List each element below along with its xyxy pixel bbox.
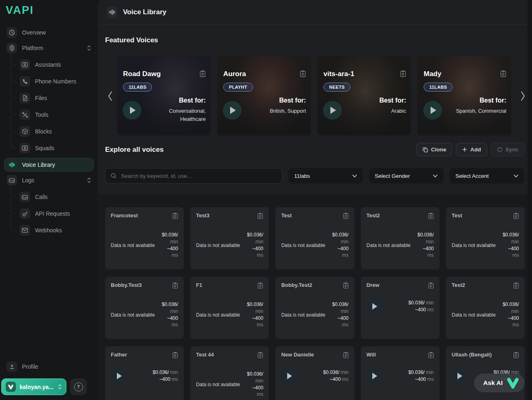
- scrollbar-track[interactable]: [528, 0, 532, 400]
- voice-pricing: $0.036/min~400ms: [323, 369, 348, 383]
- featured-voice-card[interactable]: vits-ara-1 NEETS Best for: Arabic: [317, 56, 411, 136]
- voice-card[interactable]: F1Data is not available$0.036/min~400ms: [190, 277, 269, 339]
- play-icon: [431, 107, 436, 114]
- featured-carousel: Road Dawg 11LABS Best for: Conversationa…: [105, 56, 525, 136]
- voice-card[interactable]: Drew$0.036/min~400ms: [361, 277, 440, 339]
- play-button[interactable]: [367, 368, 382, 384]
- gender-filter-dropdown[interactable]: Select Gender: [369, 168, 444, 184]
- featured-voice-name: vits-ara-1: [323, 70, 354, 78]
- sidebar-item-assistants[interactable]: Assistants: [20, 57, 98, 73]
- voice-card[interactable]: Test3Data is not available$0.036/min~400…: [190, 207, 269, 269]
- voice-card[interactable]: Will$0.036/min~400ms: [361, 346, 440, 400]
- sync-button[interactable]: Sync: [491, 143, 525, 156]
- play-icon: [372, 303, 377, 310]
- play-button[interactable]: [323, 101, 342, 120]
- voice-card[interactable]: Test2Data is not available$0.036/min~400…: [361, 207, 440, 269]
- carousel-prev-icon[interactable]: [108, 91, 113, 101]
- play-button[interactable]: [111, 368, 126, 384]
- voice-card[interactable]: Bobby.Test2Data is not available$0.036/m…: [275, 277, 354, 339]
- sidebar-item-overview[interactable]: Overview: [4, 26, 94, 39]
- play-button[interactable]: [423, 101, 442, 120]
- clipboard-copy-icon[interactable]: [257, 212, 263, 219]
- clipboard-copy-icon[interactable]: [300, 70, 306, 77]
- sidebar-item-calls[interactable]: Calls: [20, 189, 98, 205]
- play-button[interactable]: [223, 101, 242, 120]
- clipboard-copy-icon[interactable]: [513, 282, 519, 289]
- sidebar-item-label: Tools: [35, 111, 48, 118]
- voice-card[interactable]: Test2Data is not available$0.036/min~400…: [446, 277, 525, 339]
- clipboard-copy-icon[interactable]: [343, 282, 349, 289]
- search-input[interactable]: [121, 173, 277, 179]
- voice-name: Test3: [196, 212, 209, 219]
- voice-card[interactable]: TestData is not available$0.036/min~400m…: [275, 207, 354, 269]
- clipboard-copy-icon[interactable]: [428, 212, 434, 219]
- sidebar-item-label: Logs: [22, 177, 34, 184]
- card-overlay: [418, 56, 511, 136]
- clone-button[interactable]: Clone: [416, 143, 453, 156]
- sidebar-item-phone-numbers[interactable]: Phone Numbers: [20, 73, 98, 90]
- pie-chart-icon: [7, 27, 17, 38]
- envelope-icon: [20, 225, 30, 236]
- best-for-value: Spanish, Commercial: [456, 107, 506, 115]
- featured-voice-card[interactable]: Road Dawg 11LABS Best for: Conversationa…: [117, 56, 211, 136]
- play-button[interactable]: [281, 368, 297, 384]
- clipboard-copy-icon[interactable]: [400, 70, 406, 77]
- clipboard-copy-icon[interactable]: [200, 70, 206, 77]
- featured-voice-card[interactable]: Aurora PLAYHT Best for: British, Support: [217, 56, 311, 136]
- play-button[interactable]: [452, 368, 467, 384]
- voice-name: Father: [111, 352, 127, 358]
- play-icon: [130, 107, 136, 114]
- provider-badge: NEETS: [323, 83, 350, 92]
- clipboard-copy-icon[interactable]: [257, 282, 263, 289]
- voice-card[interactable]: TestData is not available$0.036/min~400m…: [446, 207, 525, 269]
- clipboard-copy-icon[interactable]: [172, 352, 178, 358]
- person-badge-icon: [20, 143, 30, 153]
- play-button[interactable]: [367, 299, 382, 314]
- chevron-updown-icon[interactable]: [87, 177, 91, 183]
- play-button[interactable]: [123, 101, 141, 120]
- best-for-label: Best for:: [379, 97, 406, 104]
- sidebar-item-profile[interactable]: Profile: [7, 361, 94, 372]
- sidebar-item-label: Blocks: [35, 128, 52, 135]
- sidebar-item-platform[interactable]: Platform: [4, 41, 94, 55]
- help-button[interactable]: ?: [70, 378, 87, 395]
- provider-filter-dropdown[interactable]: 11labs: [288, 168, 363, 184]
- account-switcher-button[interactable]: kaloyan.ya...: [1, 378, 66, 395]
- clipboard-copy-icon[interactable]: [428, 352, 434, 358]
- sidebar-item-blocks[interactable]: Blocks: [20, 123, 98, 140]
- sidebar-item-tools[interactable]: Tools: [20, 107, 98, 123]
- sidebar-item-files[interactable]: Files: [20, 90, 98, 106]
- voice-name: New Danielle: [281, 352, 314, 358]
- voice-card[interactable]: Test 44Data is not available$0.036/min~4…: [190, 346, 269, 400]
- sidebar-item-voice-library[interactable]: Voice Library: [4, 158, 94, 172]
- clipboard-copy-icon[interactable]: [513, 212, 519, 219]
- voice-pricing: $0.036/min~400ms: [332, 232, 349, 259]
- waveform-icon: [107, 6, 117, 18]
- clipboard-copy-icon[interactable]: [257, 352, 263, 358]
- clipboard-copy-icon[interactable]: [343, 352, 349, 358]
- clipboard-copy-icon[interactable]: [343, 212, 349, 219]
- sidebar-item-logs[interactable]: Logs: [4, 173, 94, 187]
- chevron-updown-icon[interactable]: [87, 45, 91, 51]
- explore-heading: Explore all voices: [105, 146, 164, 154]
- ask-ai-button[interactable]: Ask AI: [474, 374, 525, 392]
- card-overlay: [117, 56, 211, 136]
- voice-card[interactable]: FrancotestData is not available$0.036/mi…: [105, 207, 184, 269]
- clipboard-copy-icon[interactable]: [500, 70, 506, 77]
- voice-card[interactable]: New Danielle$0.036/min~400ms: [275, 346, 354, 400]
- sidebar-item-webhooks[interactable]: Webhooks: [20, 222, 98, 238]
- clipboard-copy-icon[interactable]: [513, 352, 519, 358]
- sidebar-item-label: Platform: [22, 45, 43, 51]
- voice-card[interactable]: Bobby.Test3Data is not available$0.036/m…: [105, 277, 184, 339]
- sidebar-item-label: Profile: [22, 363, 38, 370]
- add-button[interactable]: Add: [456, 143, 487, 156]
- clipboard-copy-icon[interactable]: [172, 282, 178, 289]
- carousel-next-icon[interactable]: [520, 91, 525, 101]
- voice-card[interactable]: Father$0.036/min~400ms: [105, 346, 184, 400]
- sidebar-item-squads[interactable]: Squads: [20, 140, 98, 156]
- clipboard-copy-icon[interactable]: [172, 212, 178, 219]
- sidebar-item-api-requests[interactable]: API Requests: [20, 205, 98, 222]
- clipboard-copy-icon[interactable]: [428, 282, 434, 289]
- accent-filter-dropdown[interactable]: Select Accent: [450, 168, 524, 184]
- featured-voice-card[interactable]: Mady 11LABS Best for: Spanish, Commercia…: [418, 56, 511, 136]
